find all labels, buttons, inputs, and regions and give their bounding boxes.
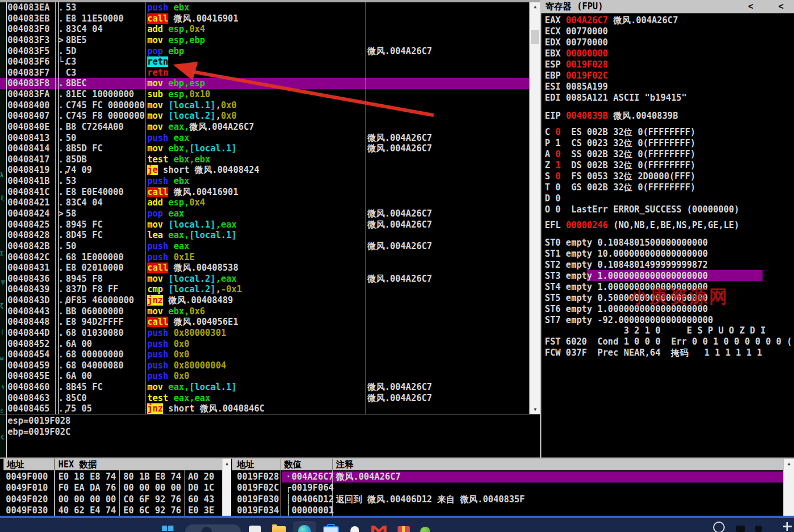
disasm-row[interactable]: 00408414.8B5D FCmov ebx,[local.1]微风.004A… — [7, 143, 529, 154]
stack-row[interactable]: 0019F028·004A26C7微风.004A26C7 — [232, 471, 794, 483]
disasm-row[interactable]: 00408436.8945 F8mov [local.2],eax微风.004A… — [7, 274, 529, 285]
flag-row[interactable]: C 0 ES 002B 32位 0(FFFFFFFF) — [545, 127, 696, 138]
disasm-row[interactable]: 00408413.50push eax微风.004A26C7 — [7, 133, 529, 144]
disasm-row[interactable]: 00408448.E8 94D2FFFFcall 微风.004056E1 — [7, 317, 529, 328]
fcw-row[interactable]: FCW 037F Prec NEAR,64 掩码 1 1 1 1 1 1 — [545, 347, 762, 359]
disasm-row[interactable]: 004083F7C3retn — [7, 68, 529, 79]
register-row-eip[interactable]: EIP 0040839B 微风.0040839B — [545, 111, 678, 122]
registers-pane[interactable]: 寄存器 (FPU) < < EAX 004A26C7 微风.004A26C7EC… — [541, 0, 794, 457]
window-icon[interactable] — [249, 526, 261, 532]
stack-pane[interactable]: 地址 数值 注释 0019F028·004A26C7微风.004A26C7001… — [232, 459, 794, 516]
dump-scrollbar[interactable]: ▲ — [222, 459, 231, 516]
register-row[interactable]: EBP 0019F02C — [545, 70, 608, 81]
fpu-register-row[interactable]: ST0 empty 0.1084801500000000000 — [545, 237, 708, 248]
disasm-row[interactable]: 00408454.68 00000000push 0x0 — [7, 349, 529, 360]
edge-icon[interactable] — [293, 521, 316, 532]
flag-row[interactable]: O 0 LastErr ERROR_SUCCESS (00000000) — [545, 204, 739, 215]
disasm-row[interactable]: 004083FA.81EC 10000000sub esp,0x10 — [7, 89, 529, 100]
disasm-row[interactable]: 0040840E.B8 C7264A00mov eax,微风.004A26C7 — [7, 122, 529, 133]
disasm-row[interactable]: 00408428.8D45 FClea eax,[local.1] — [7, 230, 529, 241]
dump-row[interactable]: 0049F02000 00 00 00C0 6F 92 7660 43 — [3, 494, 231, 505]
stack-row[interactable]: 0019F030│00406D12返回到 微风.00406D12 来自 微风.0… — [232, 494, 794, 505]
register-row[interactable]: ECX 00770000 — [545, 26, 608, 37]
disasm-row[interactable]: 00408439.837D F8 FFcmp [local.2],-0x1 — [7, 284, 529, 295]
collapse-right-icon[interactable]: < — [778, 1, 784, 12]
flag-row[interactable]: D 0 — [545, 193, 561, 204]
stack-row[interactable]: 0019F02C┌0019F064 — [232, 483, 794, 494]
dump-row[interactable]: 0049F000E0 18 E8 7480 1B E8 74A0 20 — [3, 471, 231, 483]
tray-b-icon[interactable] — [755, 526, 762, 532]
scroll-down-icon[interactable]: ▼ — [530, 405, 541, 414]
disasm-row[interactable]: 004083F6└.C3retn — [7, 56, 529, 68]
disasm-row[interactable]: 00408443.BB 06000000mov ebx,0x6 — [7, 306, 529, 317]
disasm-row[interactable]: 00408431.E8 02010000call 微风.00408538 — [7, 263, 529, 274]
disasm-row[interactable]: 004083F0.83C4 04add esp,0x4 — [7, 24, 529, 35]
search-icon[interactable] — [185, 524, 241, 532]
disasm-row[interactable]: 00408463.85C0test eax,eax微风.004A26C7 — [7, 393, 529, 404]
register-row[interactable]: EDI 0085A121 ASCII "b19415" — [545, 93, 687, 103]
flag-row[interactable]: S 0 FS 0053 32位 2D0000(FFF) — [545, 171, 696, 182]
disasm-row[interactable]: 00408400.C745 FC 00000000mov [local.1],0… — [7, 100, 529, 111]
disasm-row[interactable]: 0040844D.68 01030080push 0x80000301 — [7, 328, 529, 339]
disasm-row[interactable]: 004083F8.8BECmov ebp,esp — [7, 78, 529, 89]
scroll-up-icon[interactable]: ▲ — [222, 459, 231, 469]
egg-icon[interactable] — [350, 526, 359, 532]
flag-row[interactable]: T 0 GS 002B 32位 0(FFFFFFFF) — [545, 182, 696, 193]
fst-row[interactable]: FST 6020 Cond 1 0 0 0 Err 0 0 1 0 0 0 0 … — [545, 336, 792, 347]
register-row[interactable]: EAX 004A26C7 微风.004A26C7 — [545, 15, 678, 26]
tray-a-icon[interactable] — [736, 526, 745, 532]
disasm-row[interactable]: 00408425.8945 FCmov [local.1],eax微风.004A… — [7, 219, 529, 230]
stack-row[interactable]: 0019F034│00000001 — [232, 505, 794, 516]
disasm-row[interactable]: 0040843D.,0F85 46000000jnz 微风.00408489 — [7, 295, 529, 306]
disasm-row[interactable]: 004083F5.5Dpop ebp微风.004A26C7 — [7, 46, 529, 57]
disasm-row[interactable]: 0040845E.6A 00push 0x0 — [7, 371, 529, 382]
disassembly-scrollbar[interactable]: ▲ ▼ — [529, 2, 541, 414]
fpu-register-row[interactable]: ST2 empty 0.1084801499999999872 — [545, 260, 708, 270]
disasm-row[interactable]: 0040842C.68 1E000000push 0x1E — [7, 252, 529, 263]
scroll-up-icon[interactable]: ▲ — [784, 459, 794, 469]
disasm-row[interactable]: 0040841C.E8 E0E40000call 微风.00416901 — [7, 187, 529, 198]
register-row[interactable]: ESP 0019F028 — [545, 59, 608, 70]
hex-dump-pane[interactable]: 地址 HEX 数据 0049F000E0 18 E8 7480 1B E8 74… — [3, 459, 231, 516]
fpu-bits-header[interactable]: 3 2 1 0 E S P U O Z D I — [545, 325, 765, 336]
disasm-row[interactable]: 00408417.85DBtest ebx,ebx — [7, 154, 529, 165]
flag-row[interactable]: P 1 CS 0023 32位 0(FFFFFFFF) — [545, 138, 696, 149]
flag-row[interactable]: A 0 SS 002B 32位 0(FFFFFFFF) — [545, 149, 696, 160]
dump-row[interactable]: 0049F010F0 EA DA 7600 00 00 00D0 1C — [3, 483, 231, 494]
collapse-left-icon[interactable]: < — [748, 1, 753, 12]
disassembly-pane[interactable]: 004083EA.53push ebx004083EB.E8 11E50000c… — [7, 2, 529, 414]
disasm-row[interactable]: 00408459.68 04000080push 0x80000004 — [7, 360, 529, 371]
stack-bracket: │ — [286, 505, 291, 516]
mail-icon[interactable] — [371, 526, 387, 532]
disasm-row[interactable]: 00408424>58pop eax微风.004A26C7 — [7, 208, 529, 219]
fpu-register-row[interactable]: ST7 empty -92.000000000000000000 — [545, 315, 713, 325]
disasm-row[interactable]: 004083EB.E8 11E50000call 微风.00416901 — [7, 13, 529, 24]
register-row[interactable]: EDX 00770000 — [545, 37, 608, 48]
start-icon[interactable] — [162, 526, 173, 532]
green-icon[interactable] — [420, 527, 430, 532]
gift-icon[interactable] — [398, 526, 410, 532]
fpu-register-row[interactable]: ST3 empty 1.0000000000000000000 — [545, 271, 708, 281]
register-row[interactable]: ESI 0085A199 — [545, 81, 608, 92]
disasm-row[interactable]: 00408421.83C4 04add esp,0x4 — [7, 197, 529, 208]
info-circle-icon[interactable] — [713, 522, 725, 532]
flag-row[interactable]: Z 1 DS 002B 32位 0(FFFFFFFF) — [545, 160, 696, 171]
disasm-row[interactable]: 00408407.C745 F8 00000000mov [local.2],0… — [7, 111, 529, 122]
disasm-row[interactable]: 00408465.,75 05jnz short 微风.0040846C — [7, 403, 529, 414]
disasm-row[interactable]: 0040842B.50push eax微风.004A26C7 — [7, 241, 529, 252]
scroll-up-icon[interactable]: ▲ — [530, 2, 541, 12]
plus-icon[interactable] — [783, 522, 792, 531]
disasm-row[interactable]: 004083F3>8BE5mov esp,ebp — [7, 35, 529, 46]
disasm-row[interactable]: 00408460.8B45 FCmov eax,[local.1]微风.004A… — [7, 382, 529, 393]
disasm-row[interactable]: 0040841B.53push ebx — [7, 176, 529, 187]
store-icon[interactable] — [323, 526, 339, 532]
efl-row[interactable]: EFL 00000246 (NO,NB,E,BE,NS,PE,GE,LE) — [545, 220, 739, 230]
fpu-register-row[interactable]: ST1 empty 10.000000000000000000 — [545, 249, 708, 259]
disasm-row[interactable]: 00408452.6A 00push 0x0 — [7, 339, 529, 350]
disasm-row[interactable]: 004083EA.53push ebx — [7, 2, 529, 13]
dump-row[interactable]: 0049F03040 62 E4 74E0 6C 92 76E0 3E — [3, 505, 231, 516]
register-row[interactable]: EBX 00000000 — [545, 48, 608, 59]
folder-icon[interactable] — [272, 526, 286, 532]
scrollbar-thumb[interactable] — [531, 30, 539, 44]
disasm-row[interactable]: 00408419.,74 09je short 微风.00408424 — [7, 165, 529, 176]
